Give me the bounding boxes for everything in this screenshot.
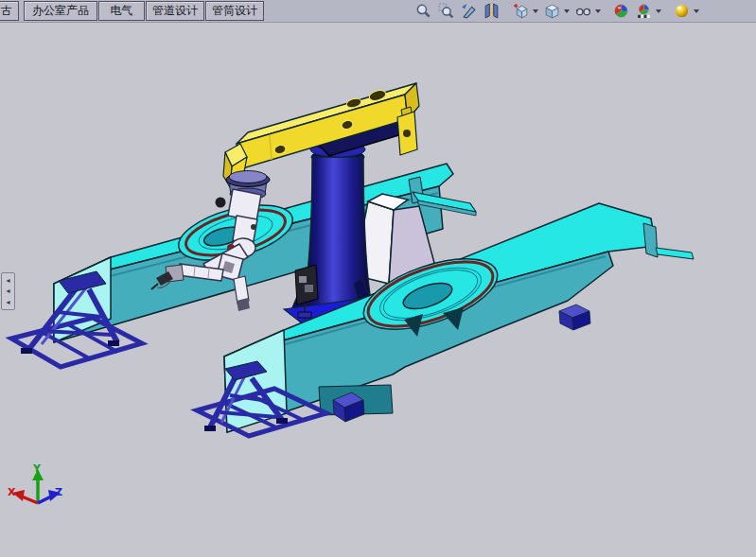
tab-piping-design[interactable]: 管道设计 <box>146 1 204 21</box>
display-style-dropdown[interactable] <box>564 9 570 13</box>
collapse-arrow-icon: ◂ <box>6 299 9 306</box>
zoom-to-fit-button[interactable] <box>413 2 433 21</box>
view-settings-button[interactable] <box>672 2 692 21</box>
previous-view-icon <box>461 3 477 19</box>
view-orientation-button[interactable] <box>511 2 531 21</box>
section-view-icon <box>483 3 500 19</box>
x-axis-label: X <box>8 486 16 498</box>
y-axis-label: Y <box>32 462 42 475</box>
robot-joint-knob <box>216 198 226 208</box>
collapse-arrow-icon: ◂ <box>6 287 9 295</box>
section-view-button[interactable] <box>482 2 501 21</box>
hide-show-items-dropdown[interactable] <box>595 9 601 13</box>
collapse-arrow-icon: ◂ <box>6 277 9 285</box>
hide-show-items-icon <box>575 3 591 19</box>
view-settings-icon <box>674 3 690 19</box>
command-bar: 古 办公室产品 电气 管道设计 管筒设计 <box>0 0 756 23</box>
view-orientation-dropdown[interactable] <box>533 9 538 13</box>
edit-appearance-icon <box>613 3 629 19</box>
zoom-to-area-icon <box>438 3 454 19</box>
solidworks-window: X Y Z 古 办公室产品 电气 管道设计 管筒设计 <box>0 0 756 557</box>
display-style-button[interactable] <box>542 2 562 21</box>
apply-scene-icon <box>636 3 652 19</box>
zoom-to-fit-icon <box>415 3 431 19</box>
zoom-to-area-button[interactable] <box>436 2 456 21</box>
display-style-icon <box>544 3 560 19</box>
z-axis-label: Z <box>55 486 62 498</box>
view-settings-dropdown[interactable] <box>694 9 699 13</box>
robot-mount-flange <box>229 171 267 183</box>
hide-show-items-button[interactable] <box>573 2 593 21</box>
tab-partial[interactable]: 古 <box>0 1 19 21</box>
apply-scene-button[interactable] <box>634 2 654 21</box>
view-orientation-icon <box>513 3 529 19</box>
tab-tubing-design[interactable]: 管筒设计 <box>205 1 264 21</box>
previous-view-button[interactable] <box>459 2 479 21</box>
tab-office-products[interactable]: 办公室产品 <box>24 1 97 21</box>
feature-panel-splitter[interactable]: ◂ ◂ ◂ <box>1 272 15 310</box>
edit-appearance-button[interactable] <box>611 2 631 21</box>
apply-scene-dropdown[interactable] <box>656 9 661 13</box>
view-toolbar <box>413 1 700 21</box>
graphics-viewport[interactable]: X Y Z <box>0 0 756 557</box>
tab-electrical[interactable]: 电气 <box>98 1 145 21</box>
